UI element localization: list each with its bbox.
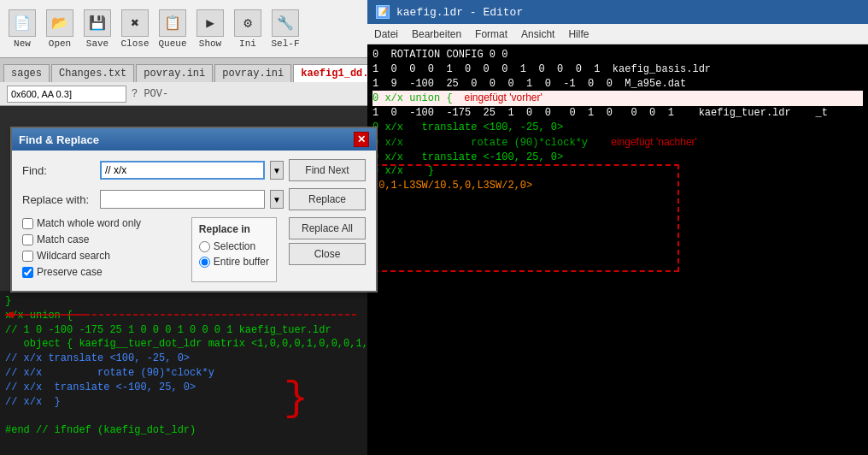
- match-whole-word-item: Match whole word only: [22, 217, 176, 229]
- tab-sages[interactable]: sages: [3, 64, 50, 82]
- menu-format[interactable]: Format: [475, 28, 507, 40]
- address-pov: ? POV-: [132, 88, 168, 100]
- address-input[interactable]: [7, 86, 126, 103]
- editor-file-icon: 📝: [376, 5, 390, 19]
- toolbar-queue[interactable]: 📋 Queue: [157, 9, 188, 49]
- editor-line-4: 0 x/x union { eingefügt 'vorher': [372, 91, 863, 106]
- editor-titlebar: 📝 kaefig.ldr - Editor: [367, 0, 868, 24]
- tab-povray2[interactable]: povray.ini: [214, 64, 291, 82]
- code-line-9: [5, 409, 362, 423]
- entire-buffer-label: Entire buffer: [214, 256, 269, 268]
- selection-label: Selection: [214, 240, 255, 252]
- find-row: Find: ▼ Find Next: [22, 159, 366, 181]
- match-case-checkbox[interactable]: [22, 234, 33, 245]
- toolbar-open[interactable]: 📂 Open: [44, 9, 75, 49]
- eingefuegt-vorher-text: eingefügt 'vorher': [459, 92, 542, 103]
- replace-button[interactable]: Replace: [289, 188, 366, 210]
- replace-in-box: Replace in Selection Entire buffer: [191, 217, 277, 282]
- editor-title: kaefig.ldr - Editor: [396, 6, 523, 19]
- code-line-1: }: [5, 294, 362, 309]
- options-row: Match whole word only Match case Wildcar…: [22, 217, 366, 282]
- self-icon: 🔧: [272, 9, 299, 37]
- code-line-3: // 1 0 -100 -175 25 1 0 0 0 1 0 0 0 1 ka…: [5, 323, 362, 338]
- save-label: Save: [86, 38, 108, 49]
- new-icon: 📄: [9, 9, 36, 37]
- find-label: Find:: [22, 164, 95, 177]
- code-line-7: // x/x translate <-100, 25, 0>: [5, 381, 362, 395]
- wildcard-item: Wildcard search: [22, 250, 176, 262]
- toolbar-save[interactable]: 💾 Save: [82, 9, 113, 49]
- toolbar-self[interactable]: 🔧 Sel-F: [270, 9, 301, 49]
- match-case-label: Match case: [37, 233, 89, 245]
- dialog-titlebar: Find & Replace ✕: [12, 128, 376, 151]
- find-dropdown[interactable]: ▼: [270, 161, 284, 180]
- code-line-5: // x/x translate <100, -25, 0>: [5, 352, 362, 366]
- close-button[interactable]: Close: [289, 243, 366, 265]
- editor-line-6: 0 x/x translate <100, -25, 0>: [372, 121, 863, 135]
- new-label: New: [14, 38, 31, 49]
- replace-input[interactable]: [100, 190, 265, 209]
- dialog-close-button[interactable]: ✕: [354, 132, 369, 147]
- editor-line-5: 1 0 -100 -175 25 1 0 0 0 1 0 0 0 1 kaefi…: [372, 106, 863, 121]
- code-line-10: #end // ifndef (kaefig_dot_ldr): [5, 423, 362, 438]
- editor-line-9: 0 x/x }: [372, 164, 863, 179]
- code-line-6: // x/x rotate (90)*clock*y: [5, 366, 362, 381]
- code-line-8: // x/x }: [5, 395, 362, 410]
- editor-line-7: 0 x/x rotate (90)*clock*y eingefügt 'nac…: [372, 135, 863, 151]
- toolbar-new[interactable]: 📄 New: [7, 9, 38, 49]
- editor-line-10: ,0,1-L3SW/10.5,0,L3SW/2,0>: [372, 179, 863, 193]
- ini-label: Ini: [239, 38, 256, 49]
- queue-label: Queue: [158, 38, 186, 49]
- editor-line-8: 0 x/x translate <-100, 25, 0>: [372, 151, 863, 165]
- save-icon: 💾: [84, 9, 111, 37]
- find-replace-dialog: Find & Replace ✕ Find: ▼ Find Next Repla…: [10, 127, 378, 292]
- match-whole-word-checkbox[interactable]: [22, 218, 33, 229]
- open-label: Open: [49, 38, 71, 49]
- find-input[interactable]: [100, 161, 265, 180]
- checkbox-column: Match whole word only Match case Wildcar…: [22, 217, 176, 282]
- toolbar-show[interactable]: ▶ Show: [195, 9, 226, 49]
- replace-label: Replace with:: [22, 193, 95, 206]
- tab-changes[interactable]: Changes.txt: [51, 64, 134, 82]
- menu-bearbeiten[interactable]: Bearbeiten: [412, 28, 461, 40]
- code-line-2: x/x union {: [5, 309, 362, 323]
- selection-radio-item: Selection: [199, 240, 269, 252]
- menu-hilfe[interactable]: Hilfe: [568, 28, 589, 40]
- find-next-button[interactable]: Find Next: [289, 159, 366, 181]
- replace-all-button[interactable]: Replace All: [289, 217, 366, 239]
- preserve-item: Preserve case: [22, 266, 176, 278]
- replace-dropdown[interactable]: ▼: [270, 190, 284, 209]
- preserve-label: Preserve case: [37, 266, 103, 278]
- eingefuegt-nachher-text: eingefügt 'nachher': [611, 136, 697, 148]
- selection-radio[interactable]: [199, 241, 210, 252]
- toolbar: 📄 New 📂 Open 💾 Save ✖ Close 📋 Queue ▶ Sh…: [0, 0, 367, 58]
- self-label: Sel-F: [271, 38, 299, 49]
- editor-menubar: Datei Bearbeiten Format Ansicht Hilfe: [367, 24, 868, 44]
- toolbar-ini[interactable]: ⚙ Ini: [232, 9, 263, 49]
- entire-buffer-radio[interactable]: [199, 257, 210, 268]
- dialog-body: Find: ▼ Find Next Replace with: ▼ Replac…: [12, 151, 376, 291]
- code-rotate-text: 0 x/x rotate (90)*clock*y: [372, 137, 588, 149]
- wildcard-checkbox[interactable]: [22, 251, 33, 262]
- match-whole-word-label: Match whole word only: [37, 217, 141, 229]
- dialog-title: Find & Replace: [19, 133, 99, 146]
- close-label: Close: [120, 38, 149, 49]
- open-icon: 📂: [46, 9, 73, 37]
- editor-content: 0 ROTATION CONFIG 0 0 1 0 0 0 1 0 0 0 1 …: [367, 44, 868, 455]
- menu-ansicht[interactable]: Ansicht: [521, 28, 554, 40]
- tab-povray1[interactable]: povray.ini: [136, 64, 213, 82]
- action-buttons: Replace All Close: [289, 217, 366, 282]
- ini-icon: ⚙: [234, 9, 261, 37]
- preserve-checkbox[interactable]: [22, 267, 33, 278]
- right-editor: 📝 kaefig.ldr - Editor Datei Bearbeiten F…: [367, 0, 868, 455]
- editor-line-3: 1 9 -100 25 0 0 0 1 0 -1 0 0 M_a95e.dat: [372, 77, 863, 92]
- show-icon: ▶: [196, 9, 224, 37]
- code-line-4: object { kaefig__tuer_dot_ldr matrix <1,…: [5, 337, 362, 352]
- replace-in-title: Replace in: [199, 223, 269, 235]
- wildcard-label: Wildcard search: [37, 250, 110, 262]
- editor-line-2: 1 0 0 0 1 0 0 0 1 0 0 0 1 kaefig_basis.l…: [372, 62, 863, 77]
- tabs-bar: sages Changes.txt povray.ini povray.ini …: [0, 58, 367, 82]
- menu-datei[interactable]: Datei: [374, 28, 398, 40]
- toolbar-close[interactable]: ✖ Close: [120, 9, 150, 49]
- code-union-text: 0 x/x union {: [372, 92, 453, 104]
